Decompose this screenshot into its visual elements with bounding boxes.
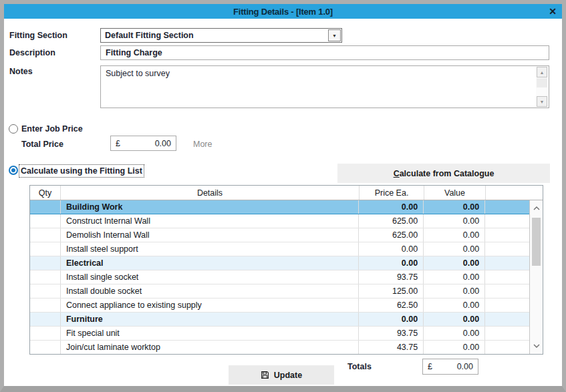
scroll-up-icon[interactable]: ▲ <box>537 67 547 77</box>
total-price-value: 0.00 <box>155 139 171 148</box>
calculate-fitting-list-radio[interactable] <box>9 166 18 175</box>
enter-job-price-label[interactable]: Enter Job Price <box>21 124 83 134</box>
cell-details: Join/cut laminate worktop <box>61 341 359 354</box>
totals-field[interactable]: £ 0.00 <box>422 359 478 375</box>
table-row[interactable]: Building Work 0.00 0.00 <box>30 200 529 214</box>
notes-field[interactable]: Subject to survey ▲ ▼ <box>100 65 549 108</box>
table-body: Building Work 0.00 0.00 Construct Intern… <box>30 200 529 354</box>
cell-details: Install double socket <box>61 284 359 298</box>
calculate-fitting-list-label[interactable]: Calculate using the Fitting List <box>21 166 142 176</box>
fitting-section-select[interactable]: Default Fitting Section ▼ <box>100 28 342 43</box>
table-row[interactable]: Fit special unit 93.75 0.00 <box>30 327 529 341</box>
table-row[interactable]: Construct Internal Wall 625.00 0.00 <box>30 214 529 228</box>
column-header-price[interactable]: Price Ea. <box>360 186 424 200</box>
table-row[interactable]: Install double socket 125.00 0.00 <box>30 284 529 299</box>
column-header-qty[interactable]: Qty <box>30 186 61 200</box>
cell-value: 0.00 <box>424 341 485 354</box>
cell-value: 0.00 <box>424 228 485 242</box>
cell-value: 0.00 <box>424 284 485 298</box>
cell-details: Install steel support <box>61 242 359 256</box>
table-row[interactable]: Connect appliance to existing supply 62.… <box>30 299 529 313</box>
cell-price: 625.00 <box>359 214 424 228</box>
save-icon <box>261 371 269 379</box>
total-price-label: Total Price <box>21 140 63 149</box>
scroll-down-icon[interactable]: ▼ <box>537 96 547 107</box>
scroll-down-icon[interactable] <box>530 339 543 353</box>
dialog-title: Fitting Details - [Item 1.0] <box>233 7 333 17</box>
total-price-field[interactable]: £ 0.00 <box>110 136 176 151</box>
cell-value: 0.00 <box>424 200 485 214</box>
cell-qty <box>30 299 61 312</box>
cell-details: Construct Internal Wall <box>61 214 359 228</box>
button-label-rest: alculate from Catalogue <box>400 169 494 178</box>
button-mnemonic: C <box>394 169 400 178</box>
cell-value: 0.00 <box>424 313 485 326</box>
cell-price: 0.00 <box>359 242 424 256</box>
cell-value: 0.00 <box>424 214 485 228</box>
cell-blank <box>485 327 529 340</box>
totals-label: Totals <box>347 362 372 371</box>
scroll-up-icon[interactable] <box>530 202 543 215</box>
description-value: Fitting Charge <box>106 48 162 57</box>
dialog-titlebar: Fitting Details - [Item 1.0] ✕ <box>4 4 562 19</box>
cell-price: 0.00 <box>359 313 424 326</box>
column-header-details[interactable]: Details <box>61 186 360 200</box>
cell-blank <box>485 284 529 298</box>
fitting-section-label: Fitting Section <box>9 31 67 40</box>
cell-qty <box>30 284 61 298</box>
cell-blank <box>485 214 529 228</box>
more-link[interactable]: More <box>193 140 212 149</box>
fitting-details-dialog: Fitting Details - [Item 1.0] ✕ Fitting S… <box>0 0 566 392</box>
table-row[interactable]: Install single socket 93.75 0.00 <box>30 270 529 284</box>
update-button[interactable]: Update <box>229 365 334 385</box>
table-row[interactable]: Demolish Internal Wall 625.00 0.00 <box>30 228 529 242</box>
cell-details: Building Work <box>61 200 359 214</box>
cell-qty <box>30 270 61 284</box>
cell-details: Install single socket <box>61 270 359 284</box>
cell-value: 0.00 <box>424 299 485 312</box>
cell-blank <box>485 200 529 214</box>
description-label: Description <box>9 48 55 57</box>
cell-blank <box>485 256 529 270</box>
description-field[interactable]: Fitting Charge <box>100 45 549 60</box>
cell-price: 93.75 <box>359 270 424 284</box>
notes-label: Notes <box>9 67 33 76</box>
cell-qty <box>30 200 61 214</box>
currency-symbol: £ <box>428 362 432 371</box>
cell-blank <box>485 270 529 284</box>
column-header-value[interactable]: Value <box>424 186 486 200</box>
cell-value: 0.00 <box>424 270 485 284</box>
fitting-section-value: Default Fitting Section <box>101 31 328 40</box>
cell-blank <box>485 341 529 354</box>
chevron-down-icon[interactable]: ▼ <box>328 29 341 41</box>
table-row[interactable]: Furniture 0.00 0.00 <box>30 313 529 327</box>
cell-details: Demolish Internal Wall <box>61 228 359 242</box>
fitting-list-table: Qty Details Price Ea. Value Building Wor… <box>29 185 543 355</box>
notes-scroll-thumb[interactable] <box>537 78 547 87</box>
cell-qty <box>30 256 61 270</box>
table-row[interactable]: Install steel support 0.00 0.00 <box>30 242 529 256</box>
notes-value: Subject to survey <box>106 69 170 78</box>
cell-blank <box>485 313 529 326</box>
cell-qty <box>30 214 61 228</box>
update-button-label: Update <box>274 371 302 380</box>
cell-price: 0.00 <box>359 200 424 214</box>
cell-price: 62.50 <box>359 299 424 312</box>
notes-scrollbar[interactable]: ▲ ▼ <box>536 67 548 107</box>
cell-value: 0.00 <box>424 256 485 270</box>
table-row[interactable]: Join/cut laminate worktop 43.75 0.00 <box>30 341 529 354</box>
cell-value: 0.00 <box>424 242 485 256</box>
cell-details: Connect appliance to existing supply <box>61 299 359 312</box>
enter-job-price-radio[interactable] <box>9 124 18 134</box>
cell-qty <box>30 242 61 256</box>
cell-qty <box>30 228 61 242</box>
close-icon[interactable]: ✕ <box>549 5 557 18</box>
cell-value: 0.00 <box>424 327 485 340</box>
cell-qty <box>30 313 61 326</box>
table-scrollbar[interactable] <box>529 200 543 354</box>
cell-blank <box>485 299 529 312</box>
cell-qty <box>30 327 61 340</box>
table-row[interactable]: Electrical 0.00 0.00 <box>30 256 529 270</box>
table-scroll-thumb[interactable] <box>532 218 541 266</box>
calculate-from-catalogue-button[interactable]: Calculate from Catalogue <box>337 164 550 183</box>
